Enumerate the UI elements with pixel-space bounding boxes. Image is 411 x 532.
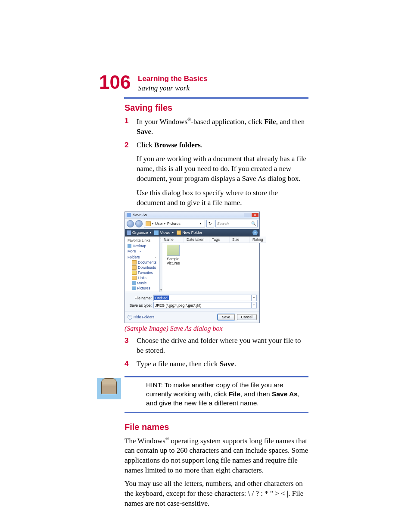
hint-top-rule: [125, 376, 308, 377]
step-3-text: Choose the drive and folder where you wa…: [137, 336, 308, 356]
section-title: Saving your work: [138, 84, 308, 93]
dialog-title: Save As: [133, 213, 147, 217]
breadcrumb-sep-icon: ▸: [152, 222, 154, 225]
nav-back-button[interactable]: [127, 220, 134, 227]
treasure-chest-icon: [101, 383, 117, 394]
folder-icon: [146, 221, 151, 226]
refresh-button[interactable]: ↻: [206, 220, 214, 227]
close-button[interactable]: ✕: [252, 213, 258, 217]
minimize-button[interactable]: [244, 213, 251, 217]
step-2-line1: Click Browse folders.: [137, 140, 308, 150]
collapse-icon: ˄: [128, 315, 132, 320]
pictures-icon: [132, 286, 136, 290]
file-name-input[interactable]: Untitled ▾: [153, 295, 257, 301]
desktop-icon: [128, 244, 131, 248]
col-rating[interactable]: Rating: [250, 236, 266, 243]
hint-bottom-rule: [125, 412, 308, 413]
step-1: 1 In your Windows®-based application, cl…: [125, 116, 308, 137]
dropdown-icon[interactable]: ▾: [251, 302, 256, 308]
step-number: 1: [125, 116, 137, 137]
figure-caption: (Sample Image) Save As dialog box: [125, 325, 308, 333]
dialog-footer: ˄ Hide Folders Save Cancel: [125, 311, 259, 323]
nav-forward-button[interactable]: [135, 220, 143, 227]
views-icon: [154, 230, 159, 235]
chevron-down-icon: ▼: [171, 231, 174, 234]
tree-favorites[interactable]: Favorites: [125, 270, 159, 275]
thumbnail-icon: [167, 245, 180, 256]
favorites-icon: [132, 271, 137, 275]
file-names-para1: The Windows® operating system supports l…: [125, 436, 308, 476]
step-4-text: Type a file name, then click Save.: [137, 359, 308, 369]
search-placeholder: Search: [217, 221, 229, 226]
tree-downloads[interactable]: Downloads: [125, 265, 159, 270]
col-size[interactable]: Size: [230, 236, 250, 243]
dialog-titlebar[interactable]: Save As ✕: [125, 212, 259, 218]
more-arrows-icon: »: [140, 250, 141, 253]
step-3: 3 Choose the drive and folder where you …: [125, 336, 308, 356]
views-button[interactable]: Views▼: [154, 230, 174, 235]
new-folder-button[interactable]: New Folder: [177, 230, 202, 235]
column-headers: Name Date taken Tags Size Rating: [161, 236, 266, 243]
help-button[interactable]: ?: [252, 230, 258, 235]
step-number: 4: [125, 359, 137, 369]
breadcrumb-user[interactable]: User: [155, 221, 163, 226]
search-input[interactable]: Search 🔍: [215, 220, 258, 227]
save-button[interactable]: Save: [218, 314, 234, 320]
fav-more[interactable]: More »: [125, 249, 159, 254]
page-number: 106: [99, 73, 131, 92]
folder-icon: [132, 265, 137, 270]
col-date[interactable]: Date taken: [184, 236, 209, 243]
address-dropdown-icon[interactable]: ▾: [198, 220, 203, 227]
folder-icon: [132, 276, 137, 280]
organize-icon: [127, 230, 131, 235]
file-names-para2: You may use all the letters, numbers, an…: [125, 479, 308, 509]
file-name-label: File name:: [128, 296, 153, 300]
hint-text: HINT: To make another copy of the file y…: [146, 381, 308, 408]
chapter-title: Learning the Basics: [138, 74, 308, 84]
fav-desktop[interactable]: Desktop: [125, 243, 159, 249]
tree-documents[interactable]: Documents: [125, 260, 159, 265]
tree-links[interactable]: Links: [125, 275, 159, 280]
step-number: 2: [125, 140, 137, 208]
col-tags[interactable]: Tags: [209, 236, 230, 243]
folder-icon: [132, 260, 137, 264]
hint-icon: [97, 378, 121, 399]
dropdown-icon[interactable]: ▾: [251, 295, 256, 301]
new-folder-icon: [177, 230, 181, 235]
address-bar[interactable]: ▸ User ▸ Pictures ▾: [144, 220, 205, 227]
music-icon: [132, 281, 136, 285]
tree-music[interactable]: Music: [125, 280, 159, 286]
step-2-para2: If you are working with a document that …: [137, 154, 308, 184]
page-header: 106 Learning the Basics Saving your work: [99, 75, 308, 93]
chevron-down-icon: ⌵: [155, 255, 156, 259]
cancel-button[interactable]: Cancel: [237, 314, 257, 320]
organize-button[interactable]: Organize▼: [127, 230, 152, 235]
step-1-text: In your Windows®-based application, clic…: [137, 116, 308, 137]
steps-list: 1 In your Windows®-based application, cl…: [125, 116, 308, 208]
favorite-links-header: Favorite Links: [125, 236, 159, 243]
folders-header[interactable]: Folders⌵: [125, 254, 159, 260]
step-2: 2 Click Browse folders. If you are worki…: [125, 140, 308, 208]
steps-list-cont: 3 Choose the drive and folder where you …: [125, 336, 308, 369]
search-icon: 🔍: [251, 221, 256, 226]
tree-pictures[interactable]: Pictures: [125, 286, 159, 291]
breadcrumb-pictures[interactable]: Pictures: [167, 221, 181, 226]
dialog-toolbar: Organize▼ Views▼ New Folder ?: [125, 229, 259, 236]
save-type-select[interactable]: JPEG (*.jpg;*.jpeg;*.jpe;*.jfif) ▾: [153, 302, 257, 308]
file-fields: File name: Untitled ▾ Save as type: JPEG…: [125, 292, 259, 311]
step-number: 3: [125, 336, 137, 356]
file-list-area: Name Date taken Tags Size Rating Sample …: [161, 236, 266, 292]
breadcrumb-sep-icon: ▸: [164, 222, 166, 225]
save-type-label: Save as type:: [128, 303, 153, 308]
heading-saving-files: Saving files: [125, 103, 308, 113]
heading-file-names: File names: [125, 422, 308, 432]
hide-folders-link[interactable]: ˄ Hide Folders: [128, 315, 154, 320]
step-2-para3: Use this dialog box to specify where to …: [137, 188, 308, 208]
app-icon: [127, 213, 131, 217]
chevron-down-icon: ▼: [149, 231, 152, 234]
file-sample-pictures[interactable]: Sample Pictures: [161, 243, 185, 267]
col-name[interactable]: Name: [161, 236, 184, 243]
navigation-pane: Favorite Links Desktop More » Folders⌵ D…: [125, 236, 159, 292]
save-as-dialog: Save As ✕ ▸ User ▸ Pictures ▾: [125, 212, 260, 323]
step-4: 4 Type a file name, then click Save.: [125, 359, 308, 369]
